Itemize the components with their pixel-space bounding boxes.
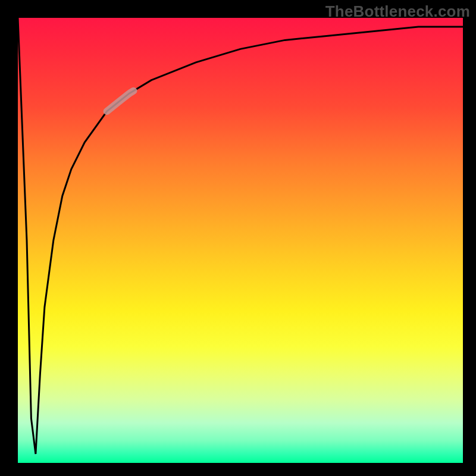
chart-frame: TheBottleneck.com [0,0,476,476]
bottleneck-curve-highlight [107,91,134,111]
bottleneck-curve-path [18,18,463,454]
curve-svg [18,18,463,463]
plot-area [18,18,463,463]
